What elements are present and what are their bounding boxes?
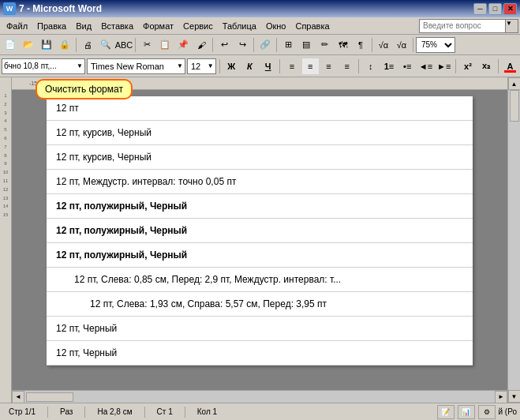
style-selector[interactable]: бчно 10,8 пт,... ▼ — [2, 58, 85, 74]
status-icon-2[interactable]: 📊 — [458, 405, 475, 419]
columns-button[interactable]: ▤ — [297, 36, 315, 54]
spell-button[interactable]: ABC — [115, 36, 133, 54]
menu-help[interactable]: Справка — [290, 20, 334, 32]
menu-insert[interactable]: Вставка — [96, 20, 138, 32]
status-position: На 2,8 см — [92, 406, 137, 418]
numbering-button[interactable]: 1≡ — [380, 58, 397, 74]
minimize-button[interactable]: ─ — [473, 3, 487, 15]
toolbar-separator-1 — [76, 38, 77, 52]
style-dropdown-icon: ▼ — [77, 62, 84, 69]
formula2-button[interactable]: √α — [393, 36, 410, 54]
style-list-item[interactable]: 12 пт, Черный — [47, 317, 473, 341]
title-bar: W 7 - Microsoft Word ─ □ ✕ — [0, 0, 520, 17]
status-divider-1 — [47, 407, 48, 418]
format-paint-button[interactable]: 🖌 — [193, 36, 210, 54]
superscript-button[interactable]: x² — [459, 58, 476, 74]
hyperlink-button[interactable]: 🔗 — [256, 36, 274, 54]
menu-file[interactable]: Файл — [2, 20, 32, 32]
style-list-item[interactable]: 12 пт, полужирный, Черный — [47, 194, 473, 219]
style-list-item[interactable]: 12 пт, курсив, Черный — [47, 145, 473, 170]
maximize-button[interactable]: □ — [488, 3, 502, 15]
font-color-button[interactable]: A — [502, 58, 518, 74]
toolbar-separator-6 — [372, 38, 372, 52]
permissions-button[interactable]: 🔒 — [56, 36, 73, 54]
title-bar-buttons: ─ □ ✕ — [473, 3, 517, 15]
v-scroll-track[interactable] — [508, 90, 520, 390]
menu-tools[interactable]: Сервис — [178, 20, 218, 32]
style-list-item[interactable]: 12 пт, Черный — [47, 341, 473, 366]
style-list-item[interactable]: 12 пт, Слева: 1,93 см, Справа: 5,57 см, … — [47, 292, 473, 317]
status-col: Ст 1 — [152, 406, 178, 418]
bullets-button[interactable]: •≡ — [399, 58, 416, 74]
document-pages[interactable]: 12 пт12 пт, курсив, Черный12 пт, курсив,… — [12, 90, 507, 390]
style-list-item[interactable]: 12 пт, курсив, Черный — [47, 121, 473, 145]
align-left-button[interactable]: ≡ — [283, 58, 300, 74]
search-button[interactable]: ▼ — [506, 19, 518, 33]
increase-indent-button[interactable]: ►≡ — [436, 58, 452, 74]
scroll-down-button[interactable]: ▼ — [508, 390, 521, 403]
scroll-left-button[interactable]: ◄ — [12, 391, 24, 403]
menu-edit[interactable]: Правка — [32, 20, 71, 32]
new-button[interactable]: 📄 — [2, 36, 19, 54]
status-page: Стр 1/1 — [3, 406, 41, 418]
h-scroll-track[interactable] — [24, 391, 495, 403]
preview-button[interactable]: 🔍 — [97, 36, 114, 54]
close-button[interactable]: ✕ — [503, 3, 517, 15]
subscript-button[interactable]: x₂ — [478, 58, 495, 74]
paste-button[interactable]: 📌 — [174, 36, 192, 54]
v-scroll-thumb[interactable] — [510, 90, 519, 122]
open-button[interactable]: 📂 — [20, 36, 37, 54]
draw-button[interactable]: ✏ — [316, 36, 333, 54]
menu-view[interactable]: Вид — [71, 20, 96, 32]
scroll-right-button[interactable]: ► — [495, 391, 507, 403]
h-scroll-thumb[interactable] — [26, 392, 73, 402]
style-list-item[interactable]: 12 пт, Слева: 0,85 см, Перед: 2,9 пт, Ме… — [47, 268, 473, 292]
decrease-indent-button[interactable]: ◄≡ — [417, 58, 434, 74]
format-separator-4 — [455, 59, 456, 73]
menu-table[interactable]: Таблица — [218, 20, 261, 32]
font-dropdown-icon: ▼ — [177, 62, 185, 69]
style-list-item[interactable]: 12 пт — [47, 96, 473, 121]
undo-button[interactable]: ↩ — [215, 36, 233, 54]
print-button[interactable]: 🖨 — [79, 36, 96, 54]
status-icon-3[interactable]: ⚙ — [478, 405, 496, 419]
status-char: Кол 1 — [192, 406, 223, 418]
window-title: 7 - Microsoft Word — [19, 3, 102, 14]
document-page: 12 пт12 пт, курсив, Черный12 пт, курсив,… — [47, 96, 473, 366]
clear-format-popup[interactable]: Очистить формат — [36, 79, 133, 99]
size-dropdown-icon: ▼ — [208, 62, 215, 69]
menu-bar: Файл Правка Вид Вставка Формат Сервис Та… — [0, 17, 520, 35]
style-list-item[interactable]: 12 пт, полужирный, Черный — [47, 243, 473, 268]
align-center-button[interactable]: ≡ — [302, 58, 319, 74]
scroll-up-button[interactable]: ▲ — [508, 77, 521, 90]
menu-window[interactable]: Окно — [261, 20, 291, 32]
app-icon: W — [3, 2, 16, 15]
status-bar: Стр 1/1 Раз На 2,8 см Ст 1 Кол 1 📝 📊 ⚙ й… — [0, 403, 520, 420]
menu-format[interactable]: Формат — [138, 20, 178, 32]
line-spacing-button[interactable]: ↕ — [362, 58, 379, 74]
align-right-button[interactable]: ≡ — [320, 58, 337, 74]
cut-button[interactable]: ✂ — [138, 36, 155, 54]
zoom-select[interactable]: 75% — [416, 37, 455, 53]
copy-button[interactable]: 📋 — [156, 36, 174, 54]
italic-button[interactable]: К — [241, 58, 258, 74]
menu-search: ▼ — [419, 19, 518, 33]
show-hide-button[interactable]: ¶ — [352, 36, 369, 54]
status-icon-1[interactable]: 📝 — [437, 405, 455, 419]
save-button[interactable]: 💾 — [38, 36, 55, 54]
redo-button[interactable]: ↪ — [234, 36, 251, 54]
style-list-item[interactable]: 12 пт, Междустр. интервал: точно 0,05 пт — [47, 170, 473, 194]
underline-button[interactable]: Ч — [260, 58, 276, 74]
style-list-item[interactable]: 12 пт, полужирный, Черный — [47, 219, 473, 243]
size-selector[interactable]: 12 ▼ — [187, 58, 216, 74]
formula-button[interactable]: √α — [375, 36, 392, 54]
app-icon-label: W — [6, 5, 13, 13]
table-button[interactable]: ⊞ — [279, 36, 297, 54]
status-section: Раз — [54, 406, 78, 418]
bold-button[interactable]: Ж — [223, 58, 240, 74]
align-justify-button[interactable]: ≡ — [339, 58, 355, 74]
docmap-button[interactable]: 🗺 — [334, 36, 351, 54]
search-input[interactable] — [419, 19, 506, 33]
toolbar-separator-4 — [253, 38, 254, 52]
font-selector[interactable]: Times New Roman ▼ — [87, 58, 185, 74]
